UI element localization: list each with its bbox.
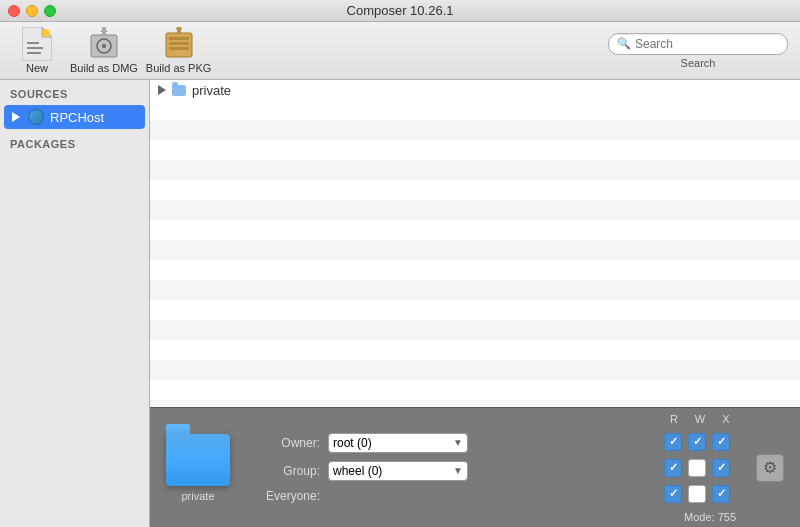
group-select-arrow-icon: ▼: [453, 465, 463, 476]
owner-select-arrow-icon: ▼: [453, 437, 463, 448]
x-header: X: [716, 413, 736, 425]
file-row: [150, 100, 800, 120]
permissions-area: Owner: root (0) ▼ Group: wheel (0) ▼: [250, 433, 636, 503]
owner-x-checkbox[interactable]: [712, 433, 730, 451]
everyone-row: Everyone:: [250, 489, 636, 503]
file-row: [150, 160, 800, 180]
search-label: Search: [681, 57, 716, 69]
toolbar: New Build as DMG Build as: [0, 22, 800, 80]
close-button[interactable]: [8, 5, 20, 17]
rpchost-label: RPCHost: [50, 110, 104, 125]
new-button[interactable]: New: [12, 28, 62, 74]
folder-large-icon: [166, 434, 230, 486]
search-container: 🔍 Search: [608, 33, 788, 69]
search-box[interactable]: 🔍: [608, 33, 788, 55]
bottom-right: ⚙: [756, 454, 784, 482]
svg-rect-3: [27, 47, 43, 49]
everyone-w-checkbox[interactable]: [688, 485, 706, 503]
svg-point-5: [42, 29, 50, 37]
svg-rect-13: [169, 47, 189, 50]
group-x-checkbox[interactable]: [712, 459, 730, 477]
file-row: [150, 380, 800, 400]
file-row[interactable]: private: [150, 80, 800, 100]
folder-preview: private: [166, 434, 230, 502]
maximize-button[interactable]: [44, 5, 56, 17]
build-pkg-label: Build as PKG: [146, 62, 211, 74]
group-label: Group:: [250, 464, 320, 478]
owner-checks: [664, 433, 736, 451]
owner-w-checkbox[interactable]: [688, 433, 706, 451]
bottom-panel: private Owner: root (0) ▼ Group: wheel (…: [150, 407, 800, 527]
file-name: private: [192, 83, 231, 98]
build-dmg-icon: [88, 28, 120, 60]
rpchost-icon: [28, 109, 44, 125]
expand-arrow-icon: [12, 112, 20, 122]
group-select[interactable]: wheel (0) ▼: [328, 461, 468, 481]
group-value: wheel (0): [333, 464, 382, 478]
file-list: private: [150, 80, 800, 407]
sidebar: SOURCES RPCHost PACKAGES: [0, 80, 150, 527]
main-area: SOURCES RPCHost PACKAGES private: [0, 80, 800, 527]
sources-section-label: SOURCES: [0, 80, 149, 104]
search-input[interactable]: [635, 37, 785, 51]
traffic-lights: [8, 5, 56, 17]
group-checks: [664, 459, 736, 477]
svg-rect-12: [169, 42, 189, 45]
svg-rect-11: [169, 37, 189, 40]
w-header: W: [690, 413, 710, 425]
rwx-header: R W X: [664, 413, 736, 425]
group-row: Group: wheel (0) ▼: [250, 461, 636, 481]
file-row: [150, 320, 800, 340]
svg-rect-9: [102, 27, 106, 36]
owner-r-checkbox[interactable]: [664, 433, 682, 451]
file-row: [150, 300, 800, 320]
folder-icon: [172, 85, 186, 96]
mode-label: Mode: 755: [664, 511, 736, 523]
gear-button[interactable]: ⚙: [756, 454, 784, 482]
file-row: [150, 200, 800, 220]
build-pkg-button[interactable]: Build as PKG: [146, 28, 211, 74]
everyone-checks: [664, 485, 736, 503]
build-dmg-button[interactable]: Build as DMG: [70, 28, 138, 74]
group-w-checkbox[interactable]: [688, 459, 706, 477]
r-header: R: [664, 413, 684, 425]
new-label: New: [26, 62, 48, 74]
sidebar-item-rpchost[interactable]: RPCHost: [4, 105, 145, 129]
gear-icon: ⚙: [763, 458, 777, 477]
window-title: Composer 10.26.1: [347, 3, 454, 18]
svg-point-8: [102, 44, 106, 48]
file-row: [150, 260, 800, 280]
file-row: [150, 400, 800, 407]
build-dmg-label: Build as DMG: [70, 62, 138, 74]
svg-rect-14: [177, 27, 181, 34]
search-icon: 🔍: [617, 37, 631, 50]
group-r-checkbox[interactable]: [664, 459, 682, 477]
svg-rect-4: [27, 52, 41, 54]
file-row: [150, 240, 800, 260]
everyone-label: Everyone:: [250, 489, 320, 503]
owner-value: root (0): [333, 436, 372, 450]
everyone-r-checkbox[interactable]: [664, 485, 682, 503]
minimize-button[interactable]: [26, 5, 38, 17]
owner-select[interactable]: root (0) ▼: [328, 433, 468, 453]
collapse-triangle-icon: [158, 85, 166, 95]
title-bar: Composer 10.26.1: [0, 0, 800, 22]
rwx-area: R W X: [664, 413, 736, 523]
file-browser: private: [150, 80, 800, 527]
packages-section-label: PACKAGES: [0, 130, 149, 154]
file-row: [150, 180, 800, 200]
file-row: [150, 340, 800, 360]
owner-row: Owner: root (0) ▼: [250, 433, 636, 453]
file-row: [150, 120, 800, 140]
everyone-x-checkbox[interactable]: [712, 485, 730, 503]
new-icon: [21, 28, 53, 60]
owner-label: Owner:: [250, 436, 320, 450]
file-row: [150, 140, 800, 160]
build-pkg-icon: [163, 28, 195, 60]
file-row: [150, 360, 800, 380]
file-row: [150, 220, 800, 240]
folder-preview-name: private: [181, 490, 214, 502]
file-row: [150, 280, 800, 300]
svg-rect-2: [27, 42, 39, 44]
